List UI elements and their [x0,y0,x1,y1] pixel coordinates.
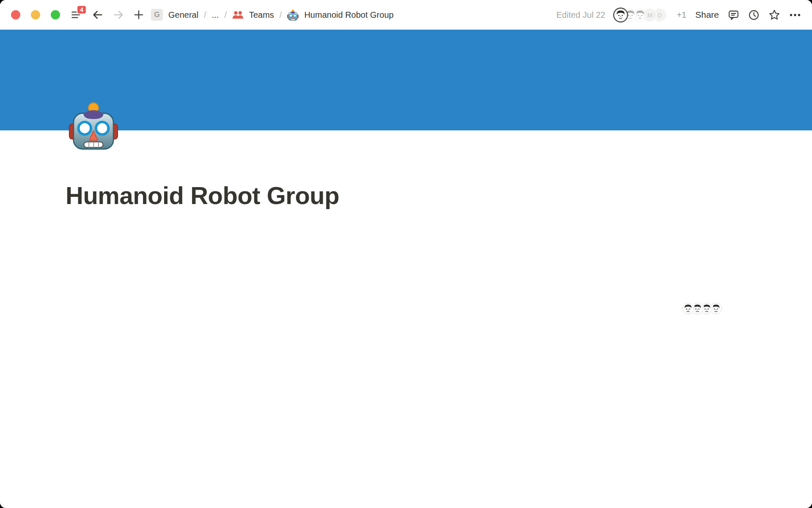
share-button[interactable]: Share [695,10,719,20]
workspace-chip[interactable]: G [151,9,163,21]
close-button[interactable] [11,10,20,19]
page-icon-robot[interactable] [69,101,118,151]
star-icon [768,9,780,21]
back-button[interactable] [92,9,104,21]
collaborator-avatars[interactable]: M D [614,8,666,22]
breadcrumb-workspace[interactable]: General [168,10,198,20]
more-options-button[interactable] [789,13,801,17]
nav-controls: 4 [70,8,144,21]
breadcrumb-separator: / [224,10,227,20]
teams-people-icon [232,10,244,19]
avatar[interactable] [614,8,627,22]
minimize-button[interactable] [31,10,40,19]
comment-bubble-icon [728,9,739,21]
ellipsis-icon [789,13,801,17]
breadcrumb-collapsed[interactable]: ... [212,10,219,20]
avatar [682,303,694,315]
favorite-button[interactable] [768,9,780,21]
new-tab-button[interactable] [133,9,144,20]
breadcrumb-separator: / [280,10,282,20]
avatar-overflow-count[interactable]: +1 [677,10,686,20]
plus-icon [133,9,144,20]
updates-button[interactable] [748,9,760,21]
breadcrumb-separator: / [204,10,206,20]
app-window: 4 G General / ... / Teams / Humanoid [0,0,812,508]
traffic-lights [11,10,60,19]
breadcrumb: G General / ... / Teams / Humanoid Robot… [151,9,394,21]
edited-timestamp: Edited Jul 22 [557,10,606,20]
robot-emoji-icon [287,9,299,21]
clock-icon [748,9,760,21]
header-actions: Edited Jul 22 M D +1 Share [557,8,801,22]
page-title[interactable]: Humanoid Robot Group [66,181,339,210]
breadcrumb-page[interactable]: Humanoid Robot Group [304,10,393,20]
arrow-right-icon [112,9,124,21]
page-cover[interactable] [0,30,812,130]
title-bar: 4 G General / ... / Teams / Humanoid [0,0,812,30]
sidebar-toggle-button[interactable]: 4 [70,8,83,21]
forward-button[interactable] [112,9,124,21]
breadcrumb-teams[interactable]: Teams [249,10,274,20]
comments-button[interactable] [728,9,739,21]
arrow-left-icon [92,9,104,21]
maximize-button[interactable] [51,10,60,19]
notification-badge: 4 [77,5,87,14]
